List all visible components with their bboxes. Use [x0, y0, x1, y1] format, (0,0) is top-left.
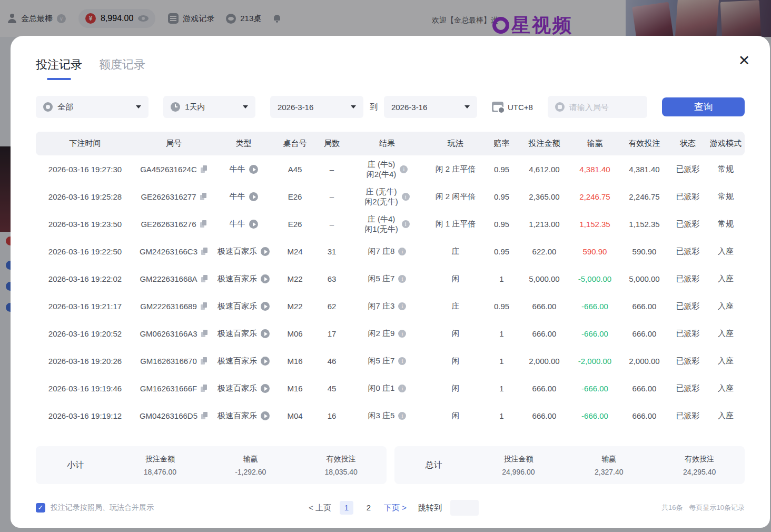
video-play-icon[interactable] — [261, 247, 270, 256]
odds: 1 — [485, 329, 519, 338]
result-text: 庄 (无牛)闲2(无牛) — [364, 186, 398, 207]
odds: 1 — [485, 384, 519, 393]
chevron-down-icon — [464, 105, 470, 109]
copy-icon[interactable] — [201, 248, 208, 255]
copy-icon[interactable] — [201, 385, 207, 392]
bet-time: 2026-03-16 19:21:17 — [36, 302, 134, 311]
video-play-icon[interactable] — [261, 384, 270, 393]
merge-toggle[interactable]: ✓ 投注记录按照局、玩法合并展示 — [36, 503, 154, 513]
copy-icon[interactable] — [201, 165, 207, 173]
status: 已派彩 — [669, 192, 707, 202]
play-type: 闲 — [427, 411, 485, 421]
info-icon[interactable]: i — [398, 357, 406, 365]
result-cell: 闲7 庄8i — [348, 246, 427, 257]
info-icon[interactable]: i — [398, 248, 406, 255]
video-play-icon[interactable] — [261, 274, 270, 283]
video-play-icon[interactable] — [261, 302, 270, 311]
jump-page-input[interactable] — [450, 500, 479, 516]
result-cell: 闲0 庄1i — [348, 383, 427, 393]
copy-icon[interactable] — [201, 412, 208, 420]
info-icon[interactable]: i — [402, 193, 410, 201]
result-text: 闲3 庄5 — [368, 410, 395, 421]
info-icon[interactable]: i — [398, 385, 406, 392]
round-id: GM04263166D5 — [140, 411, 197, 420]
result-text: 闲5 庄7 — [368, 273, 395, 284]
video-play-icon[interactable] — [261, 329, 270, 338]
copy-icon[interactable] — [201, 357, 207, 365]
info-icon[interactable]: i — [398, 302, 406, 310]
column-header: 局数 — [316, 139, 348, 149]
odds: 0.95 — [485, 302, 519, 311]
prev-page-button[interactable]: < 上页 — [309, 503, 331, 513]
video-play-icon[interactable] — [249, 220, 258, 229]
modal-footer: ✓ 投注记录按照局、玩法合并展示 < 上页 1 2 下页 > 跳转到 共16条 … — [36, 503, 745, 513]
result-cell: 闲2 庄9i — [348, 328, 427, 339]
info-icon[interactable]: i — [398, 412, 406, 420]
close-icon[interactable]: ✕ — [735, 52, 753, 70]
result-cell: 闲5 庄7i — [348, 356, 427, 366]
table-row: 2026-03-16 19:22:50GM24263166C3极速百家乐M243… — [36, 238, 745, 265]
copy-icon[interactable] — [200, 220, 207, 228]
copy-icon[interactable] — [201, 302, 207, 310]
copy-icon[interactable] — [201, 275, 208, 283]
status: 已派彩 — [669, 274, 707, 284]
video-play-icon[interactable] — [261, 357, 270, 366]
video-play-icon[interactable] — [249, 165, 258, 174]
round-id-search[interactable] — [548, 96, 648, 118]
result-cell: 闲5 庄7i — [348, 273, 427, 284]
clock-icon — [171, 102, 180, 112]
time-range-select[interactable]: 1天内 — [163, 96, 255, 118]
column-header: 桌台号 — [274, 139, 316, 149]
copy-icon[interactable] — [200, 193, 207, 201]
video-play-icon[interactable] — [261, 411, 270, 420]
result-cell: 庄 (无牛)闲2(无牛)i — [348, 186, 427, 207]
date-from-select[interactable]: 2026-3-16 — [270, 96, 363, 118]
round-id-cell: GE2626316276 — [134, 220, 213, 229]
round-id-input[interactable] — [569, 103, 640, 112]
game-mode: 入座 — [707, 301, 745, 311]
round-count: – — [316, 192, 348, 201]
win-loss: -666.00 — [570, 384, 620, 393]
date-range: 2026-3-16 到 2026-3-16 — [270, 96, 477, 118]
play-type: 闲 2 庄平倍 — [427, 164, 485, 174]
next-page-button[interactable]: 下页 > — [384, 503, 407, 513]
play-type: 闲 — [427, 329, 485, 339]
tab-bet-records[interactable]: 投注记录 — [36, 57, 82, 80]
search-button[interactable]: 查询 — [662, 97, 745, 116]
info-icon[interactable]: i — [400, 165, 408, 173]
date-to-value: 2026-3-16 — [391, 103, 459, 112]
bet-time: 2026-03-16 19:20:52 — [36, 329, 134, 338]
game-mode: 常规 — [707, 192, 745, 202]
play-type: 闲 — [427, 274, 485, 284]
timezone-indicator[interactable]: UTC+8 — [492, 102, 533, 112]
table-number: M06 — [274, 329, 316, 338]
info-icon[interactable]: i — [398, 330, 406, 338]
table-row: 2026-03-16 19:27:30GA452631624C牛牛A45–庄 (… — [36, 155, 745, 183]
status: 已派彩 — [669, 219, 707, 229]
date-from-value: 2026-3-16 — [278, 103, 345, 112]
video-play-icon[interactable] — [249, 192, 258, 201]
game-type: 极速百家乐 — [218, 274, 257, 284]
game-type: 极速百家乐 — [218, 383, 257, 393]
merge-checkbox[interactable]: ✓ — [36, 503, 45, 513]
subtotal-label: 小计 — [36, 460, 115, 471]
result-cell: 庄 (牛5)闲2(牛4)i — [348, 159, 427, 180]
date-to-select[interactable]: 2026-3-16 — [384, 96, 477, 118]
round-id: GM1626316670 — [140, 357, 197, 366]
game-type-cell: 极速百家乐 — [213, 356, 274, 366]
odds: 0.95 — [485, 247, 519, 256]
copy-icon[interactable] — [201, 330, 208, 338]
category-select[interactable]: 全部 — [36, 96, 149, 118]
round-count: 62 — [316, 302, 348, 311]
chip-icon — [43, 102, 53, 112]
page-1-button[interactable]: 1 — [340, 501, 353, 515]
win-loss: -666.00 — [570, 302, 620, 311]
valid-bet: 2,246.75 — [620, 192, 669, 201]
subtotal-box: 小计 投注金额 18,476.00 输赢 -1,292.60 有效投注 18,0… — [36, 446, 387, 484]
info-icon[interactable]: i — [402, 220, 410, 228]
info-icon[interactable]: i — [398, 275, 406, 283]
timezone-value: UTC+8 — [508, 103, 533, 112]
tab-quota-records[interactable]: 额度记录 — [99, 57, 145, 80]
round-id: GM162631666F — [140, 384, 197, 393]
page-2-button[interactable]: 2 — [362, 501, 375, 515]
